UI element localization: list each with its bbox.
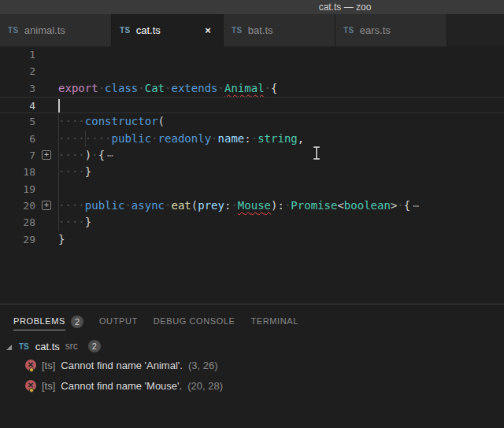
code-line[interactable]: ····}: [58, 214, 504, 231]
panel-tab-output[interactable]: OUTPUT: [99, 316, 138, 330]
code-token: extends: [171, 82, 217, 94]
code-token: {: [404, 199, 410, 212]
tab-ears-ts[interactable]: TS ears.ts: [335, 14, 447, 46]
code-editor[interactable]: 123export·class·Cat·extends·Animal·{45··…: [0, 46, 504, 304]
window-title: cat.ts — zoo: [319, 0, 372, 14]
panel-tab-debug-console[interactable]: DEBUG CONSOLE: [154, 316, 235, 330]
fold-gutter: [35, 98, 58, 113]
tab-cat-ts[interactable]: TS cat.ts ×: [112, 14, 224, 46]
code-line-row[interactable]: 7+····)·{⋯: [0, 147, 504, 164]
bottom-panel: PROBLEMS 2 OUTPUT DEBUG CONSOLE TERMINAL…: [0, 304, 504, 428]
code-token: ⋯: [107, 149, 113, 161]
problem-row-mouse[interactable]: ✕ [ts] Cannot find name 'Mouse'. (20, 28…: [0, 375, 504, 396]
fold-gutter: [35, 46, 58, 63]
tab-animal-ts[interactable]: TS animal.ts: [0, 14, 112, 46]
file-problems-count-badge: 2: [88, 340, 101, 352]
panel-tab-label: DEBUG CONSOLE: [154, 316, 235, 330]
problem-source: [ts]: [42, 360, 55, 371]
code-line-row[interactable]: 6········public·readonly·name:·string,: [0, 131, 504, 147]
indent-guide: [58, 147, 59, 164]
code-line[interactable]: [58, 63, 504, 79]
code-line-row[interactable]: 2: [0, 63, 504, 79]
code-token: ·: [251, 132, 258, 145]
tab-label: bat.ts: [248, 24, 273, 36]
code-token: ····: [58, 216, 85, 228]
code-token: ····: [58, 199, 85, 212]
fold-expand-icon[interactable]: +: [42, 150, 51, 160]
panel-tab-terminal[interactable]: TERMINAL: [251, 316, 298, 330]
editor-tab-bar: TS animal.ts TS cat.ts × TS bat.ts TS ea…: [0, 14, 504, 46]
code-token: async: [132, 199, 165, 212]
code-token: public: [112, 132, 152, 145]
code-line[interactable]: ····public·async·eat(prey:·Mouse):·Promi…: [58, 197, 504, 214]
fold-gutter: +: [35, 197, 58, 214]
code-line[interactable]: [58, 98, 504, 113]
problems-file-group-row[interactable]: TS cat.ts src 2: [0, 338, 504, 355]
code-token: ·: [98, 82, 105, 94]
text-caret: [58, 99, 60, 113]
typescript-file-icon: TS: [19, 342, 29, 351]
code-line[interactable]: ········public·readonly·name:·string,: [58, 131, 504, 147]
line-number: 2: [0, 63, 35, 79]
error-icon: ✕: [25, 360, 36, 371]
tab-bat-ts[interactable]: TS bat.ts: [224, 14, 335, 46]
close-tab-icon[interactable]: ×: [201, 24, 215, 36]
code-line[interactable]: ····}: [58, 164, 504, 180]
code-token: ····: [58, 165, 85, 178]
fold-gutter: [35, 113, 58, 130]
indent-guide: [58, 164, 59, 180]
fold-gutter: +: [35, 147, 58, 164]
code-token: ·: [124, 199, 131, 212]
code-line[interactable]: [58, 181, 504, 197]
problem-message: Cannot find name 'Animal'.: [61, 360, 183, 371]
code-token: ):: [271, 199, 284, 212]
code-line[interactable]: export·class·Cat·extends·Animal·{: [58, 80, 504, 97]
panel-tab-label: PROBLEMS: [13, 316, 65, 330]
quickfix-lightbulb-icon: [29, 367, 34, 372]
line-number: 1: [0, 46, 35, 63]
code-token: public: [85, 199, 125, 212]
code-token: Cat: [145, 82, 165, 94]
problem-message: Cannot find name 'Mouse'.: [61, 380, 182, 392]
code-line[interactable]: ····constructor(: [58, 113, 504, 130]
typescript-file-icon: TS: [343, 26, 354, 35]
problems-file-name: cat.ts: [35, 341, 60, 352]
problem-row-animal[interactable]: ✕ [ts] Cannot find name 'Animal'. (3, 26…: [0, 355, 504, 375]
panel-tab-problems[interactable]: PROBLEMS 2: [13, 315, 83, 331]
panel-tab-bar: PROBLEMS 2 OUTPUT DEBUG CONSOLE TERMINAL: [0, 304, 504, 334]
code-line-row[interactable]: 18····}: [0, 164, 504, 180]
line-number: 7: [0, 147, 35, 164]
code-token: ): [85, 149, 91, 161]
code-line-row[interactable]: 29}: [0, 231, 504, 248]
code-token: ⋯: [413, 200, 419, 212]
code-line-row[interactable]: 28····}: [0, 214, 504, 231]
problems-file-path: src: [65, 341, 78, 352]
code-line-row[interactable]: 3export·class·Cat·extends·Animal·{: [0, 80, 504, 97]
code-line-row[interactable]: 4: [0, 97, 504, 113]
code-line-row[interactable]: 19: [0, 181, 504, 197]
expand-twistie-icon[interactable]: [6, 345, 12, 350]
code-line[interactable]: [58, 46, 504, 63]
code-token: name: [218, 132, 245, 145]
code-token: readonly: [158, 132, 212, 145]
mouse-ibeam-cursor: [312, 146, 321, 160]
code-token: ·: [138, 82, 144, 94]
tab-label: animal.ts: [24, 24, 65, 36]
code-line[interactable]: }: [58, 231, 504, 248]
line-number: 20: [0, 197, 35, 214]
code-line-row[interactable]: 5····constructor(: [0, 113, 504, 130]
code-token: ·: [151, 132, 158, 145]
fold-expand-icon[interactable]: +: [42, 201, 51, 210]
code-line-row[interactable]: 1: [0, 46, 504, 63]
code-token: ·: [211, 132, 217, 145]
fold-gutter: [35, 80, 58, 97]
code-line-row[interactable]: 20+····public·async·eat(prey:·Mouse):·Pr…: [0, 197, 504, 214]
indent-guide: [58, 113, 59, 130]
code-token: <: [337, 199, 343, 212]
problem-location: (20, 28): [187, 380, 223, 392]
typescript-file-icon: TS: [120, 26, 131, 35]
code-token: }: [85, 216, 91, 228]
indent-guide: [58, 131, 59, 147]
code-line[interactable]: ····)·{⋯: [58, 147, 504, 164]
indent-guide: [85, 131, 86, 147]
